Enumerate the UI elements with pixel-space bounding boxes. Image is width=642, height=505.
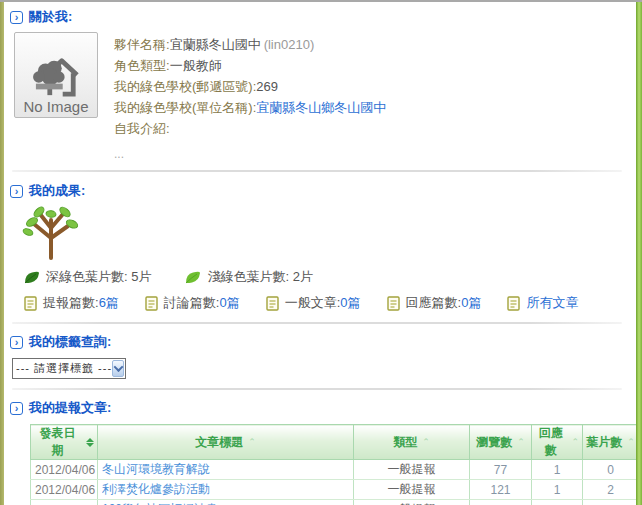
no-image-label: No Image (23, 98, 88, 116)
field-school-name: 我的綠色學校(單位名稱): 宜蘭縣冬山鄉冬山國中 (114, 97, 386, 118)
table-row: 2012/04/06 利澤焚化爐參訪活動 一般提報 121 1 2 (31, 480, 637, 500)
separator (12, 388, 622, 390)
column-header-title[interactable]: 文章標題⌃ (98, 425, 354, 460)
achievement-tree-icon (22, 206, 628, 264)
table-row: 2012/01/13 100學年社區打掃計畫 一般提報 81 2 0 (31, 500, 637, 505)
sort-active-icon (86, 438, 94, 447)
chevron-down-icon[interactable] (112, 360, 124, 377)
field-partner-name: 夥伴名稱: 宜蘭縣冬山國中 (lin0210) (114, 34, 386, 55)
partner-account-id: (lin0210) (264, 37, 315, 52)
field-role-type: 角色類型: 一般教師 (114, 55, 386, 76)
field-school-zip: 我的綠色學校(郵遞區號): 269 (114, 76, 386, 97)
section-arrow-icon: › (10, 402, 23, 415)
light-leaf-stat: 淺綠色葉片數: 2片 (185, 268, 312, 286)
light-leaf-icon (185, 271, 201, 284)
dark-leaf-icon (24, 271, 40, 284)
table-header-row: 發表日期 文章標題⌃ 類型⌃ 瀏覽數⌃ 回應數⌃ 葉片數⌃ (31, 425, 637, 460)
column-header-date[interactable]: 發表日期 (31, 425, 98, 460)
section-arrow-icon: › (10, 336, 23, 349)
article-link[interactable]: 100學年社區打掃計畫 (102, 501, 349, 505)
tag-select-value: --- 請選擇標籤 --- (13, 361, 112, 376)
document-icon (266, 296, 279, 311)
tag-query-title-label: 我的標籤查詢: (29, 333, 111, 351)
document-icon (145, 296, 158, 311)
article-link[interactable]: 冬山河環境教育解說 (102, 461, 349, 478)
about-title-label: 關於我: (29, 8, 72, 26)
sort-icon: ⌃ (517, 438, 525, 447)
separator (12, 322, 622, 324)
all-articles-stat: 所有文章 (507, 294, 578, 312)
document-icon (24, 296, 37, 311)
green-school-house-icon (31, 54, 81, 98)
column-header-type[interactable]: 類型⌃ (354, 425, 470, 460)
sort-icon: ⌃ (248, 438, 256, 447)
page-content: › 關於我: No Image 夥伴名 (4, 2, 636, 505)
articles-table: 發表日期 文章標題⌃ 類型⌃ 瀏覽數⌃ 回應數⌃ 葉片數⌃ 2012/04/06… (30, 424, 636, 505)
tag-select[interactable]: --- 請選擇標籤 --- (12, 358, 126, 379)
articles-section-title: › 我的提報文章: (10, 399, 628, 417)
report-count-stat: 提報篇數: 6篇 (24, 294, 119, 312)
sort-icon: ⌃ (422, 438, 430, 447)
leaf-stats-row: 深綠色葉片數: 5片 淺綠色葉片數: 2片 (24, 268, 628, 286)
right-border-bar (636, 2, 642, 505)
reply-count-stat: 回應篇數: 0篇 (387, 294, 482, 312)
table-row: 2012/04/06 冬山河環境教育解說 一般提報 77 1 0 (31, 460, 637, 480)
document-icon (387, 296, 400, 311)
tag-query-section-title: › 我的標籤查詢: (10, 333, 628, 351)
column-header-views[interactable]: 瀏覽數⌃ (470, 425, 532, 460)
separator (12, 170, 622, 172)
column-header-replies[interactable]: 回應數⌃ (532, 425, 583, 460)
articles-title-label: 我的提報文章: (29, 399, 111, 417)
all-articles-link[interactable]: 所有文章 (526, 294, 578, 312)
article-link[interactable]: 利澤焚化爐參訪活動 (102, 481, 349, 498)
achievements-title-label: 我的成果: (29, 182, 85, 200)
document-icon (507, 296, 520, 311)
sort-icon: ⌃ (627, 438, 635, 447)
about-section: No Image 夥伴名稱: 宜蘭縣冬山國中 (lin0210) 角色類型: 一… (14, 32, 628, 161)
about-section-title: › 關於我: (10, 8, 628, 26)
article-stats-row: 提報篇數: 6篇 討論篇數: 0篇 一般文章: 0篇 (24, 294, 628, 312)
self-intro-ellipsis: ... (114, 147, 386, 161)
dark-leaf-stat: 深綠色葉片數: 5片 (24, 268, 151, 286)
general-article-count-stat: 一般文章: 0篇 (266, 294, 361, 312)
profile-page: › 關於我: No Image 夥伴名 (0, 0, 642, 505)
discussion-count-stat: 討論篇數: 0篇 (145, 294, 240, 312)
section-arrow-icon: › (10, 185, 23, 198)
section-arrow-icon: › (10, 11, 23, 24)
achievements-section-title: › 我的成果: (10, 182, 628, 200)
field-self-intro: 自我介紹: (114, 118, 386, 139)
column-header-leaves[interactable]: 葉片數⌃ (583, 425, 637, 460)
school-name-link[interactable]: 宜蘭縣冬山鄉冬山國中 (256, 99, 386, 117)
no-image-placeholder: No Image (14, 32, 98, 118)
about-fields: 夥伴名稱: 宜蘭縣冬山國中 (lin0210) 角色類型: 一般教師 我的綠色學… (114, 32, 386, 161)
sort-icon: ⌃ (571, 438, 579, 447)
